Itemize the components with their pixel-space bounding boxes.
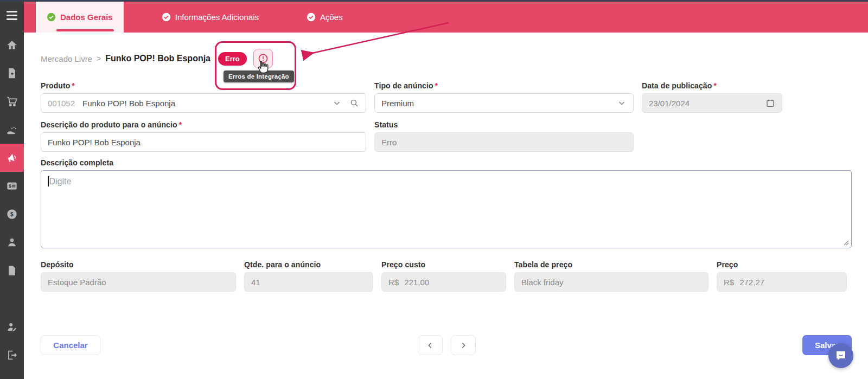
sidebar-item-ads[interactable] — [0, 144, 24, 172]
preco-custo-input: R$ 221,00 — [381, 272, 506, 292]
sidebar-item-people[interactable] — [0, 228, 24, 256]
tab-acoes[interactable]: Ações — [296, 2, 354, 33]
resize-handle-icon[interactable] — [843, 239, 849, 246]
tabela-preco-value: Black friday — [521, 278, 701, 287]
sidebar-item-receivables[interactable] — [0, 115, 24, 144]
descricao-produto-label: Descrição do produto para o anúncio — [41, 120, 177, 129]
form-row-2: Descrição do produto para o anúncio* Fun… — [41, 120, 852, 152]
text-caret — [48, 176, 49, 187]
field-status: Status Erro — [374, 120, 634, 152]
sidebar-item-home[interactable] — [0, 31, 24, 59]
form-row-1: Produto* 001052 Funko POP! Bob Esponja T… — [41, 81, 852, 113]
active-tab-underline — [56, 29, 114, 31]
sidebar-item-cart[interactable] — [0, 87, 24, 115]
error-status-badge: Erro — [218, 52, 247, 66]
chevron-left-icon — [426, 341, 435, 350]
status-value: Erro — [381, 138, 627, 147]
price-list-icon: $ — [6, 180, 18, 192]
chevron-down-icon[interactable] — [617, 98, 627, 108]
status-label: Status — [374, 120, 398, 129]
tabela-preco-input: Black friday — [514, 272, 709, 292]
field-tabela-preco: Tabela de preço Black friday — [514, 260, 709, 292]
chat-bubble-icon — [834, 349, 847, 362]
breadcrumb: Mercado Livre > Funko POP! Bob Esponja E… — [41, 47, 852, 70]
data-publicacao-label: Data de publicação — [642, 81, 712, 90]
descricao-produto-input[interactable]: Funko POP! Bob Esponja — [41, 132, 366, 152]
tab-dados-gerais[interactable]: Dados Gerais — [36, 2, 124, 33]
home-icon — [6, 39, 18, 51]
status-input: Erro — [374, 132, 634, 152]
tabela-preco-label: Tabela de preço — [514, 260, 572, 269]
required-asterisk: * — [435, 81, 438, 90]
preco-input: R$ 272,27 — [717, 272, 847, 292]
field-preco-custo: Preço custo R$ 221,00 — [381, 260, 506, 292]
exclamation-circle-icon — [258, 53, 269, 64]
required-asterisk: * — [713, 81, 717, 90]
sidebar-item-logout[interactable] — [0, 341, 24, 369]
window-top-strip — [0, 0, 868, 2]
top-tab-bar: Dados Gerais Informações Adicionais Açõe… — [24, 2, 868, 33]
chevron-down-icon[interactable] — [332, 98, 342, 108]
previous-record-button[interactable] — [418, 335, 443, 355]
tab-label: Informações Adicionais — [175, 12, 259, 22]
required-asterisk: * — [72, 81, 75, 90]
record-pager — [418, 335, 476, 355]
data-publicacao-input: 23/01/2024 — [642, 93, 782, 113]
megaphone-icon — [6, 152, 18, 164]
logout-icon — [6, 349, 18, 361]
qtde-input: 41 — [244, 272, 373, 292]
dollar-circle-icon: $ — [6, 208, 18, 220]
field-qtde: Qtde. para o anúncio 41 — [244, 260, 373, 292]
tab-informacoes-adicionais[interactable]: Informações Adicionais — [151, 2, 270, 33]
deposito-label: Depósito — [41, 260, 74, 269]
user-edit-icon — [6, 321, 18, 333]
tipo-anuncio-select[interactable]: Premium — [374, 93, 634, 113]
search-icon[interactable] — [349, 98, 359, 108]
sidebar-item-finance[interactable]: $ — [0, 200, 24, 228]
breadcrumb-separator: > — [97, 54, 101, 63]
field-descricao-completa: Descrição completa Digite — [41, 158, 852, 248]
document-icon — [6, 265, 18, 277]
tab-label: Ações — [320, 12, 343, 22]
check-circle-icon — [307, 12, 316, 22]
integration-errors-button[interactable] — [253, 49, 273, 68]
preco-custo-label: Preço custo — [381, 260, 425, 269]
produto-label: Produto — [41, 81, 70, 90]
produto-select[interactable]: 001052 Funko POP! Bob Esponja — [41, 93, 366, 113]
tipo-anuncio-label: Tipo de anúncio — [374, 81, 433, 90]
descricao-completa-label: Descrição completa — [41, 158, 113, 167]
sidebar-item-reports[interactable] — [0, 256, 24, 285]
support-chat-button[interactable] — [828, 343, 853, 368]
cancel-button[interactable]: Cancelar — [41, 335, 100, 355]
breadcrumb-parent[interactable]: Mercado Livre — [41, 54, 92, 63]
next-record-button[interactable] — [451, 335, 476, 355]
sidebar-item-profile-edit[interactable] — [0, 313, 24, 341]
qtde-value: 41 — [251, 278, 366, 287]
currency-prefix: R$ — [724, 278, 734, 287]
data-publicacao-value: 23/01/2024 — [649, 99, 765, 108]
hamburger-menu-button[interactable] — [0, 0, 24, 31]
field-deposito: Depósito Estoque Padrão — [41, 260, 236, 292]
svg-text:$: $ — [9, 184, 12, 189]
check-circle-icon — [47, 12, 56, 22]
deposito-value: Estoque Padrão — [48, 278, 229, 287]
sidebar-item-documents[interactable] — [0, 59, 24, 87]
required-asterisk: * — [179, 120, 182, 129]
field-descricao-produto: Descrição do produto para o anúncio* Fun… — [41, 120, 366, 152]
svg-text:$: $ — [10, 211, 14, 217]
descricao-completa-textarea[interactable]: Digite — [41, 170, 852, 248]
preco-value: 272,27 — [739, 278, 840, 287]
person-icon — [6, 236, 18, 248]
tipo-anuncio-value: Premium — [381, 99, 617, 108]
file-plus-icon — [6, 67, 18, 79]
check-circle-icon — [162, 12, 171, 22]
produto-value: Funko POP! Bob Esponja — [82, 99, 332, 108]
sidebar: $ $ — [0, 0, 24, 379]
page-title: Funko POP! Bob Esponja — [105, 54, 210, 63]
form-row-3: Descrição completa Digite — [41, 158, 852, 248]
main-content: Mercado Livre > Funko POP! Bob Esponja E… — [24, 33, 868, 379]
produto-code: 001052 — [48, 99, 75, 108]
hamburger-icon — [7, 11, 17, 20]
sidebar-item-price-table[interactable]: $ — [0, 172, 24, 200]
currency-prefix: R$ — [388, 278, 399, 287]
